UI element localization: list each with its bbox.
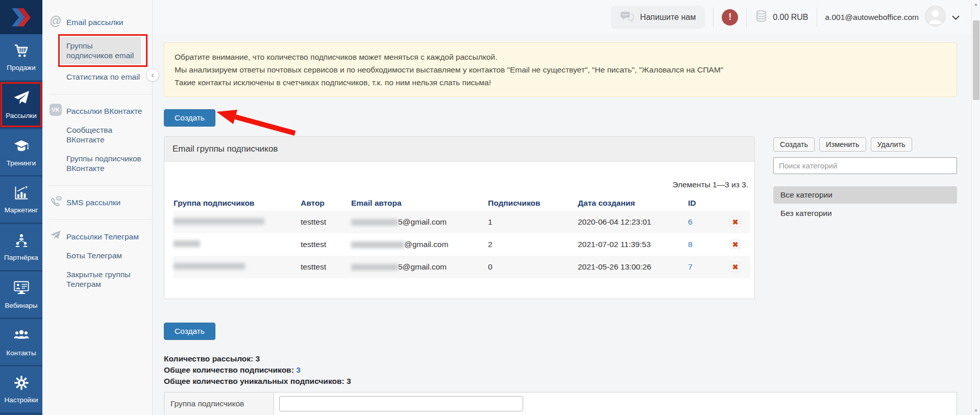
balance-amount: 0.00 RUB [773,13,808,22]
delete-row-icon[interactable]: ✖ [730,240,741,249]
email-cell: @gmail.com [351,240,488,249]
subscribers-cell: 0 [488,262,578,272]
group-name-input[interactable] [279,396,523,411]
created-cell: 2021-07-02 11:39:53 [578,240,688,249]
stat-line: Общее количество уникальных подписчиков:… [164,376,971,387]
main-content: Напишите нам ! 0.00 RUB a.001@autoweboff… [153,0,971,415]
subsidebar-item-email-subscriber-groups[interactable]: Группы подписчиков email [61,37,141,64]
table-row[interactable]: testtest 5@gmail.com 0 2021-05-26 13:00:… [174,256,750,278]
author-cell: testtest [301,217,351,227]
delete-row-icon[interactable]: ✖ [730,262,741,272]
create-button-top[interactable]: Создать [164,109,215,127]
form-row: Группа подписчиков [164,393,957,415]
divider [48,185,152,186]
scroll-down-icon[interactable]: ▼ [972,406,980,415]
chat-icon [620,10,634,25]
annotation-box-subscriber-groups [58,34,148,67]
subsidebar-item-label: Рассылки ВКонтакте [66,107,142,115]
secondary-sidebar: @ Email рассылки Группы подписчиков emai… [42,0,153,415]
create-button-bottom[interactable]: Создать [164,323,215,340]
subscriber-groups-table: Группа подписчиков Автор Email автора По… [174,196,750,278]
subsidebar-item-vk-communities[interactable]: Сообщества ВКонтакте [42,120,152,149]
graduation-cap-icon [13,137,30,156]
account-balance[interactable]: 0.00 RUB [755,10,808,25]
items-range-summary: Элементы 1—3 из 3. [174,180,748,189]
subsidebar-item-vk-subscriber-groups[interactable]: Группы подписчиков ВКонтакте [42,149,152,178]
scrollbar-thumb[interactable] [973,20,979,100]
category-edit-button[interactable]: Изменить [819,137,866,152]
column-header-subscribers[interactable]: Подписчиков [488,199,578,208]
chart-icon [14,185,29,203]
subsidebar-item-label: Группы подписчиков email [66,41,134,60]
category-delete-button[interactable]: Удалить [871,137,912,152]
contact-us-button[interactable]: Напишите нам [611,6,705,29]
paper-plane-icon [13,90,30,108]
account-menu[interactable]: a.001@autoweboffice.com [825,6,960,29]
column-header-author[interactable]: Автор [301,199,351,208]
subsidebar-item-email-mailings[interactable]: @ Email рассылки [42,13,152,32]
stat-value-link[interactable]: 3 [296,365,301,374]
divider [48,219,152,220]
sidebar-item-contacts[interactable]: Контакты [0,319,42,365]
column-header-email[interactable]: Email автора [351,199,488,208]
webinar-monitor-icon [13,280,30,298]
sidebar-item-marketing[interactable]: Маркетинг [0,177,42,223]
divider [48,94,152,94]
sidebar-item-sales[interactable]: Продажи [0,34,42,80]
delete-row-icon[interactable]: ✖ [730,217,741,227]
sidebar-collapse-button[interactable]: ‹ [146,68,159,82]
scroll-up-icon[interactable]: ▲ [972,0,980,9]
sidebar-item-label: Рассылки [6,112,37,119]
coins-icon [755,10,768,25]
topbar: Напишите нам ! 0.00 RUB a.001@autoweboff… [153,0,971,34]
group-id-link[interactable]: 6 [688,217,693,226]
group-id-link[interactable]: 7 [688,262,693,271]
sidebar-item-affiliate[interactable]: Партнёрка [0,224,42,270]
subsidebar-item-label: Закрытые группы Телеграм [66,270,130,288]
sidebar-item-label: Контакты [6,349,36,357]
column-header-id[interactable]: ID [688,199,720,208]
logo-chevrons-icon [9,7,34,28]
contact-us-label: Напишите нам [640,13,696,22]
sidebar-item-label: Продажи [7,64,35,71]
redacted-group-name [174,218,264,225]
subsidebar-item-telegram-closed-groups[interactable]: Закрытые группы Телеграм [42,265,152,294]
table-row[interactable]: testtest 5@gmail.com 1 2020-06-04 12:23:… [174,211,750,233]
subsidebar-item-sms-mailings[interactable]: SMS рассылки [42,193,152,212]
stat-value: 3 [256,354,260,363]
sidebar-item-label: Вебинары [5,302,38,309]
subsidebar-item-label: Рассылки Телеграм [66,232,139,241]
sidebar-item-label: Партнёрка [4,254,38,261]
group-id-link[interactable]: 8 [688,240,693,249]
sms-phone-icon [49,194,62,208]
subsidebar-item-telegram-bots[interactable]: Боты Телеграм [42,246,152,265]
sidebar-item-settings[interactable]: Настройки [0,367,42,412]
sidebar-item-webinars[interactable]: Вебинары [0,272,42,318]
grid-column: Email группы подписчиков Элементы 1—3 из… [164,136,755,299]
redacted-email-prefix [351,219,398,226]
column-header-created[interactable]: Дата создания [578,199,688,208]
subsidebar-item-vk-mailings[interactable]: VK Рассылки ВКонтакте [42,102,152,120]
column-header-group[interactable]: Группа подписчиков [174,199,301,208]
account-email: a.001@autoweboffice.com [825,13,919,22]
sidebar-item-label: Тренинги [7,159,36,167]
alert-icon[interactable]: ! [722,9,738,26]
category-create-button[interactable]: Создать [773,137,815,152]
table-row[interactable]: testtest @gmail.com 2 2021-07-02 11:39:5… [174,233,750,256]
create-group-form: Группа подписчиков Автор [164,392,957,415]
subsidebar-item-email-stats[interactable]: Статистика по email [42,67,152,86]
category-search-input[interactable] [773,157,957,174]
sidebar-item-mailings[interactable]: Рассылки [0,82,42,128]
redacted-group-name [174,263,245,270]
category-item-all[interactable]: Все категории [773,186,957,204]
category-item-none[interactable]: Без категории [773,205,957,222]
subsidebar-item-telegram-mailings[interactable]: Рассылки Телеграм [42,228,152,246]
subsidebar-item-label: Статистика по email [66,72,140,81]
sidebar-item-trainings[interactable]: Тренинги [0,129,42,175]
vertical-scrollbar[interactable]: ▲ ▼ [971,0,980,415]
divider [713,8,714,27]
sidebar-item-label: Маркетинг [5,206,38,214]
notice-line: Обратите внимание, что количество подпис… [175,51,946,63]
email-groups-panel: Email группы подписчиков Элементы 1—3 из… [164,136,755,299]
app-logo[interactable] [0,0,42,34]
